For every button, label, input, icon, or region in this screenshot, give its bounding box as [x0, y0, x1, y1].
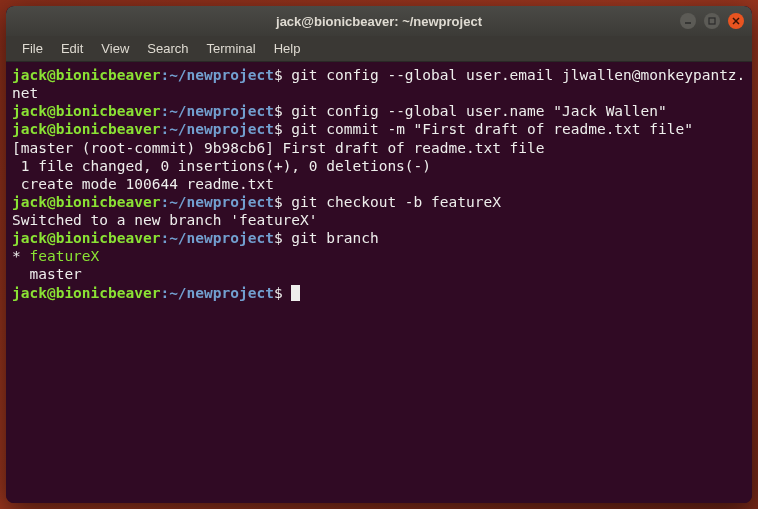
prompt-dollar: $ [274, 121, 283, 137]
command-text: git commit -m "First draft of readme.txt… [283, 121, 693, 137]
menu-edit[interactable]: Edit [53, 38, 91, 59]
cursor-block [291, 285, 300, 301]
terminal-output: 1 file changed, 0 insertions(+), 0 delet… [12, 157, 746, 175]
prompt-dollar: $ [274, 230, 283, 246]
prompt-path: ~/newproject [169, 103, 274, 119]
command-text: git branch [283, 230, 379, 246]
prompt-dollar: $ [274, 103, 283, 119]
terminal-body[interactable]: jack@bionicbeaver:~/newproject$ git conf… [6, 62, 752, 503]
terminal-output: Switched to a new branch 'featureX' [12, 211, 746, 229]
prompt-sep: : [160, 285, 169, 301]
prompt-sep: : [160, 230, 169, 246]
menu-terminal[interactable]: Terminal [199, 38, 264, 59]
terminal-line: jack@bionicbeaver:~/newproject$ git bran… [12, 229, 746, 247]
titlebar[interactable]: jack@bionicbeaver: ~/newproject [6, 6, 752, 36]
prompt-user: jack@bionicbeaver [12, 103, 160, 119]
minimize-button[interactable] [680, 13, 696, 29]
prompt-path: ~/newproject [169, 285, 274, 301]
active-branch: featureX [29, 248, 99, 264]
prompt-user: jack@bionicbeaver [12, 67, 160, 83]
terminal-output: create mode 100644 readme.txt [12, 175, 746, 193]
terminal-line: jack@bionicbeaver:~/newproject$ git conf… [12, 102, 746, 120]
terminal-output: * featureX [12, 247, 746, 265]
maximize-icon [708, 17, 716, 25]
prompt-dollar: $ [274, 67, 283, 83]
menu-help[interactable]: Help [266, 38, 309, 59]
menu-search[interactable]: Search [139, 38, 196, 59]
prompt-user: jack@bionicbeaver [12, 194, 160, 210]
prompt-path: ~/newproject [169, 121, 274, 137]
close-icon [732, 17, 740, 25]
close-button[interactable] [728, 13, 744, 29]
command-text: git checkout -b featureX [283, 194, 501, 210]
terminal-line: jack@bionicbeaver:~/newproject$ [12, 284, 746, 302]
terminal-output: [master (root-commit) 9b98cb6] First dra… [12, 139, 746, 157]
menu-file[interactable]: File [14, 38, 51, 59]
command-text: git config --global user.name "Jack Wall… [283, 103, 667, 119]
branch-marker: * [12, 248, 29, 264]
window-title: jack@bionicbeaver: ~/newproject [276, 14, 482, 29]
prompt-dollar: $ [274, 194, 283, 210]
prompt-dollar: $ [274, 285, 283, 301]
terminal-line: jack@bionicbeaver:~/newproject$ git chec… [12, 193, 746, 211]
prompt-user: jack@bionicbeaver [12, 285, 160, 301]
menubar: File Edit View Search Terminal Help [6, 36, 752, 62]
prompt-sep: : [160, 103, 169, 119]
terminal-output: master [12, 265, 746, 283]
maximize-button[interactable] [704, 13, 720, 29]
prompt-path: ~/newproject [169, 194, 274, 210]
prompt-sep: : [160, 121, 169, 137]
terminal-line: jack@bionicbeaver:~/newproject$ git comm… [12, 120, 746, 138]
window-controls [680, 13, 744, 29]
command-text [283, 285, 292, 301]
menu-view[interactable]: View [93, 38, 137, 59]
svg-rect-1 [709, 18, 715, 24]
prompt-user: jack@bionicbeaver [12, 230, 160, 246]
terminal-line: jack@bionicbeaver:~/newproject$ git conf… [12, 66, 746, 102]
terminal-window: jack@bionicbeaver: ~/newproject File Edi… [6, 6, 752, 503]
minimize-icon [684, 17, 692, 25]
prompt-sep: : [160, 194, 169, 210]
prompt-path: ~/newproject [169, 67, 274, 83]
prompt-user: jack@bionicbeaver [12, 121, 160, 137]
prompt-sep: : [160, 67, 169, 83]
prompt-path: ~/newproject [169, 230, 274, 246]
